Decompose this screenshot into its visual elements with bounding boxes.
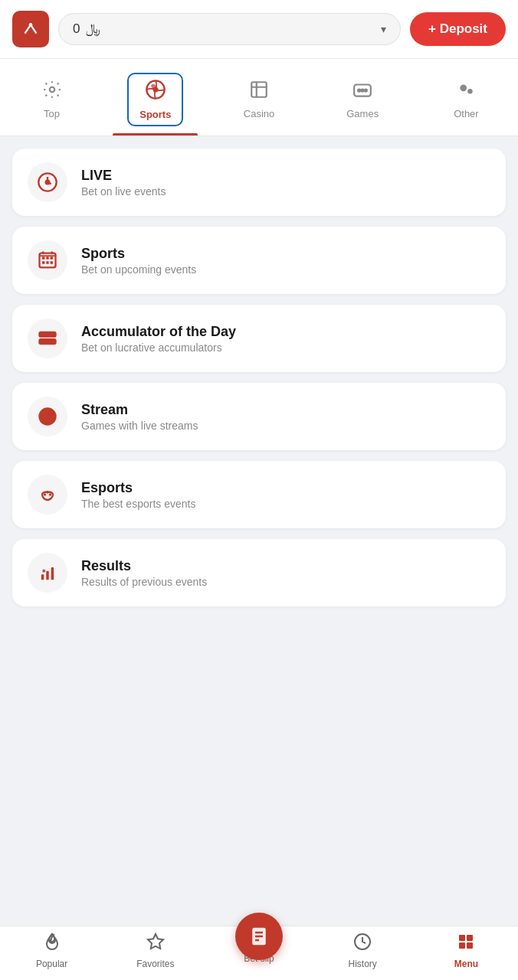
tab-games-label: Games xyxy=(346,108,379,119)
tab-casino[interactable]: Casino xyxy=(207,72,310,129)
menu-card-accumulator[interactable]: Accumulator of the Day Bet on lucrative … xyxy=(12,305,506,372)
svg-rect-0 xyxy=(19,18,42,41)
favorites-label: Favorites xyxy=(136,959,174,969)
svg-point-34 xyxy=(46,491,49,494)
svg-rect-19 xyxy=(51,261,54,264)
games-icon xyxy=(352,80,372,105)
menu-card-esports[interactable]: Esports The best esports events xyxy=(12,461,506,528)
live-title: LIVE xyxy=(81,168,166,184)
stream-title: Stream xyxy=(81,402,198,418)
svg-point-9 xyxy=(365,89,367,91)
svg-point-32 xyxy=(44,493,47,496)
tab-sports[interactable]: Sports xyxy=(103,65,207,136)
svg-rect-23 xyxy=(40,332,56,337)
betslip-button[interactable] xyxy=(235,913,283,960)
svg-point-33 xyxy=(49,493,52,496)
svg-point-2 xyxy=(49,87,54,93)
grid-icon xyxy=(457,933,475,956)
results-subtitle: Results of previous events xyxy=(81,576,207,588)
svg-rect-17 xyxy=(42,261,45,264)
deposit-label: + Deposit xyxy=(428,21,487,37)
bnav-favorites[interactable]: Favorites xyxy=(103,933,207,969)
sports-card-text: Sports Bet on upcoming events xyxy=(81,246,196,276)
svg-rect-48 xyxy=(459,942,465,949)
svg-point-11 xyxy=(468,89,474,94)
sports-menu-subtitle: Bet on upcoming events xyxy=(81,263,196,276)
svg-rect-15 xyxy=(46,256,49,260)
bnav-history[interactable]: History xyxy=(311,933,415,969)
svg-point-39 xyxy=(43,570,45,572)
svg-rect-46 xyxy=(459,935,465,941)
svg-rect-37 xyxy=(51,567,54,580)
bnav-popular[interactable]: Popular xyxy=(0,933,103,969)
esports-subtitle: The best esports events xyxy=(81,498,195,510)
bnav-betslip[interactable]: Bet slip xyxy=(207,938,310,964)
live-card-text: LIVE Bet on live events xyxy=(81,168,166,198)
esports-title: Esports xyxy=(81,480,195,496)
svg-rect-36 xyxy=(46,571,49,580)
svg-rect-24 xyxy=(40,339,56,344)
balance-chevron-icon: ▾ xyxy=(381,23,386,35)
balance-display[interactable]: 0 ﷼ ▾ xyxy=(58,13,401,45)
accumulator-title: Accumulator of the Day xyxy=(81,324,236,340)
clock-icon xyxy=(353,933,372,956)
tab-casino-label: Casino xyxy=(244,108,274,119)
history-label: History xyxy=(349,959,377,969)
svg-rect-18 xyxy=(46,261,49,264)
esports-icon-wrap xyxy=(28,475,67,514)
stream-subtitle: Games with live streams xyxy=(81,420,198,432)
nav-tabs: Top Sports xyxy=(0,59,518,136)
svg-point-8 xyxy=(362,89,364,91)
svg-rect-49 xyxy=(467,942,473,949)
svg-point-1 xyxy=(29,23,33,27)
tab-sports-label: Sports xyxy=(139,109,171,120)
sports-menu-icon-wrap xyxy=(28,240,67,280)
live-icon-wrap xyxy=(28,162,67,202)
accumulator-icon-wrap xyxy=(28,318,67,358)
svg-rect-16 xyxy=(51,256,54,260)
stream-icon-wrap xyxy=(28,397,67,436)
bnav-menu[interactable]: Menu xyxy=(415,933,518,969)
accumulator-subtitle: Bet on lucrative accumulators xyxy=(81,341,236,354)
stream-card-text: Stream Games with live streams xyxy=(81,402,198,432)
menu-card-results[interactable]: Results Results of previous events xyxy=(12,539,506,606)
other-icon xyxy=(456,80,476,105)
balance-value: 0 xyxy=(73,21,80,37)
svg-rect-5 xyxy=(251,82,267,97)
deposit-button[interactable]: + Deposit xyxy=(410,12,506,46)
flame-icon xyxy=(43,933,61,956)
svg-point-7 xyxy=(358,89,360,91)
tab-other[interactable]: Other xyxy=(415,72,518,129)
svg-rect-35 xyxy=(41,574,44,580)
svg-rect-14 xyxy=(42,256,45,260)
menu-label: Menu xyxy=(454,959,478,969)
results-card-text: Results Results of previous events xyxy=(81,558,207,588)
sports-icon xyxy=(145,79,166,106)
tab-other-label: Other xyxy=(454,108,479,119)
header: 0 ﷼ ▾ + Deposit xyxy=(0,0,518,59)
tab-games[interactable]: Games xyxy=(311,72,415,129)
svg-point-10 xyxy=(461,85,467,92)
menu-card-stream[interactable]: Stream Games with live streams xyxy=(12,383,506,450)
gear-icon xyxy=(42,80,62,105)
tab-top[interactable]: Top xyxy=(0,72,103,129)
casino-icon xyxy=(249,80,269,105)
results-title: Results xyxy=(81,558,207,574)
star-icon xyxy=(146,933,165,956)
svg-rect-47 xyxy=(467,935,473,941)
svg-marker-40 xyxy=(148,934,163,949)
live-subtitle: Bet on live events xyxy=(81,185,166,198)
menu-card-live[interactable]: LIVE Bet on live events xyxy=(12,149,506,216)
results-icon-wrap xyxy=(28,553,67,593)
popular-label: Popular xyxy=(36,959,67,969)
sports-menu-title: Sports xyxy=(81,246,196,262)
app-logo xyxy=(12,11,49,47)
menu-card-sports[interactable]: Sports Bet on upcoming events xyxy=(12,227,506,294)
currency-symbol: ﷼ xyxy=(86,21,100,37)
esports-card-text: Esports The best esports events xyxy=(81,480,195,510)
main-content: LIVE Bet on live events Sports Bet on up… xyxy=(0,136,518,926)
tab-top-label: Top xyxy=(44,108,60,119)
accumulator-card-text: Accumulator of the Day Bet on lucrative … xyxy=(81,324,236,354)
bottom-nav: Popular Favorites Bet slip Hi xyxy=(0,926,518,980)
